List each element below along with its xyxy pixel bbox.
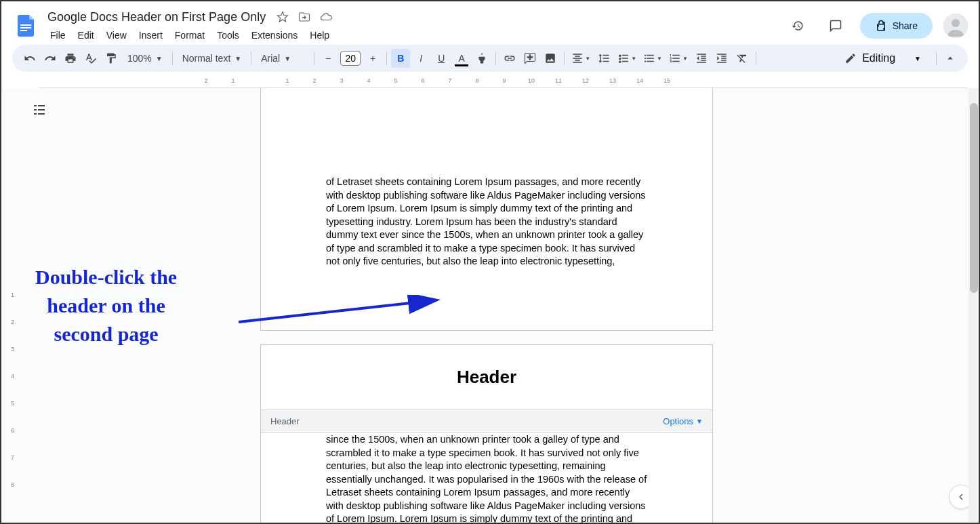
checklist-button[interactable]: ▼	[615, 49, 639, 68]
header-info-bar: Header Options ▼	[261, 410, 712, 433]
insert-comment-button[interactable]	[520, 49, 539, 68]
font-size-decrease[interactable]: −	[319, 49, 338, 68]
svg-rect-0	[20, 24, 31, 26]
italic-button[interactable]: I	[411, 49, 430, 68]
bulleted-list-button[interactable]: ▼	[640, 49, 665, 68]
annotation-text: Double-click the header on the second pa…	[35, 263, 177, 348]
style-dropdown[interactable]: Normal text▼	[177, 53, 247, 64]
decrease-indent-button[interactable]	[692, 49, 711, 68]
header-text[interactable]: Header	[457, 367, 516, 388]
font-size-increase[interactable]: +	[363, 49, 382, 68]
editing-mode-dropdown[interactable]: Editing ▼	[834, 52, 932, 64]
share-label: Share	[893, 20, 918, 31]
font-size-input[interactable]	[340, 51, 361, 66]
horizontal-ruler[interactable]: 21123456789101112131415	[39, 77, 968, 88]
history-icon[interactable]	[784, 12, 811, 39]
vertical-scrollbar-thumb[interactable]	[970, 103, 978, 293]
redo-button[interactable]	[41, 49, 60, 68]
increase-indent-button[interactable]	[712, 49, 731, 68]
zoom-dropdown[interactable]: 100%▼	[122, 53, 168, 64]
menu-extensions[interactable]: Extensions	[246, 27, 303, 43]
star-icon[interactable]	[277, 11, 289, 23]
svg-point-4	[952, 19, 960, 27]
undo-button[interactable]	[20, 49, 39, 68]
menubar: File Edit View Insert Format Tools Exten…	[45, 27, 784, 43]
print-button[interactable]	[61, 49, 80, 68]
menu-edit[interactable]: Edit	[73, 27, 100, 43]
user-avatar[interactable]	[943, 14, 968, 38]
comments-icon[interactable]	[822, 12, 849, 39]
menu-tools[interactable]: Tools	[211, 27, 245, 43]
numbered-list-button[interactable]: ▼	[666, 49, 691, 68]
svg-line-5	[239, 300, 435, 322]
paint-format-button[interactable]	[102, 49, 121, 68]
menu-file[interactable]: File	[45, 27, 71, 43]
line-spacing-button[interactable]	[594, 49, 613, 68]
menu-view[interactable]: View	[101, 27, 132, 43]
spellcheck-button[interactable]	[81, 49, 100, 68]
insert-image-button[interactable]	[541, 49, 560, 68]
collapse-toolbar-button[interactable]	[941, 49, 960, 68]
highlight-button[interactable]	[472, 49, 491, 68]
underline-button[interactable]: U	[432, 49, 451, 68]
share-button[interactable]: Share	[860, 13, 933, 39]
menu-insert[interactable]: Insert	[134, 27, 168, 43]
header-label: Header	[270, 416, 300, 426]
document-title[interactable]: Google Docs Header on First Page Only	[45, 9, 268, 26]
menu-format[interactable]: Format	[169, 27, 210, 43]
align-dropdown[interactable]: ▼	[569, 49, 593, 68]
clear-formatting-button[interactable]	[733, 49, 752, 68]
svg-rect-1	[20, 27, 31, 28]
header-options-dropdown[interactable]: Options ▼	[663, 416, 703, 426]
page-2-header-area[interactable]: Header	[261, 345, 712, 410]
move-icon[interactable]	[298, 11, 310, 23]
text-color-button[interactable]: A	[452, 49, 471, 68]
cloud-status-icon[interactable]	[320, 11, 332, 23]
page-1-body-text[interactable]: of Letraset sheets containing Lorem Ipsu…	[261, 176, 712, 268]
menu-help[interactable]: Help	[304, 27, 335, 43]
bold-button[interactable]: B	[391, 49, 410, 68]
docs-logo[interactable]	[12, 12, 39, 39]
annotation-arrow	[239, 295, 449, 336]
page-2[interactable]: Header Header Options ▼ since the 1500s,…	[260, 344, 713, 523]
toolbar: 100%▼ Normal text▼ Arial▼ − + B I U A ▼ …	[12, 45, 968, 72]
page-2-body-text[interactable]: since the 1500s, when an unknown printer…	[261, 433, 712, 523]
insert-link-button[interactable]	[500, 49, 519, 68]
svg-rect-2	[20, 30, 27, 31]
vertical-ruler[interactable]: 12345678	[11, 88, 22, 523]
font-dropdown[interactable]: Arial▼	[256, 53, 310, 64]
